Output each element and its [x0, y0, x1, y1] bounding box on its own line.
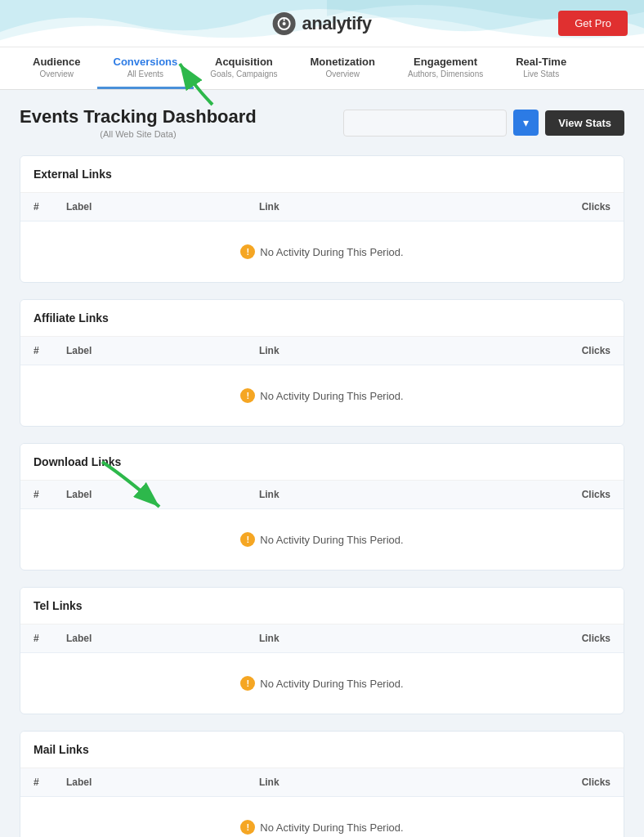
dropdown-button[interactable]: ▾: [513, 110, 539, 136]
nav-item-audience[interactable]: Audience Overview: [16, 47, 97, 89]
affiliate-links-title: Affiliate Links: [20, 300, 624, 337]
mail-links-title: Mail Links: [20, 732, 624, 768]
col-clicks: Clicks: [418, 624, 624, 653]
page-header: Events Tracking Dashboard (All Web Site …: [20, 106, 624, 139]
tel-links-title: Tel Links: [20, 588, 624, 624]
table-header-row: # Label Link Clicks: [20, 337, 624, 365]
nav-bar: Audience Overview Conversions All Events…: [0, 47, 644, 90]
table-row: ! No Activity During This Period.: [20, 222, 624, 283]
col-hash: #: [20, 624, 53, 653]
no-activity-message: ! No Activity During This Period.: [240, 676, 403, 691]
no-activity-message: ! No Activity During This Period.: [240, 820, 403, 835]
external-links-section: External Links # Label Link Clicks !: [20, 155, 624, 283]
col-clicks: Clicks: [418, 337, 624, 365]
view-stats-button[interactable]: View Stats: [545, 110, 624, 136]
col-hash: #: [20, 193, 53, 222]
tel-links-table: # Label Link Clicks ! No Activity During…: [20, 624, 624, 714]
table-row: ! No Activity During This Period.: [20, 365, 624, 427]
external-links-title: External Links: [20, 156, 624, 193]
mail-links-section: Mail Links # Label Link Clicks !: [20, 731, 624, 837]
col-clicks: Clicks: [418, 768, 624, 797]
external-links-table: # Label Link Clicks ! No Activity During…: [20, 193, 624, 282]
warning-icon: !: [240, 676, 255, 691]
col-label: Label: [53, 481, 246, 509]
col-hash: #: [20, 337, 53, 365]
cta-button[interactable]: Get Pro: [558, 11, 628, 36]
warning-icon: !: [240, 532, 255, 547]
table-row: ! No Activity During This Period.: [20, 509, 624, 571]
no-activity-message: ! No Activity During This Period.: [240, 532, 403, 547]
top-header: analytify Get Pro: [0, 0, 644, 47]
col-hash: #: [20, 768, 53, 797]
col-link: Link: [246, 768, 418, 797]
table-row: ! No Activity During This Period.: [20, 653, 624, 714]
page-title: Events Tracking Dashboard: [20, 106, 257, 128]
download-links-title: Download Links: [20, 444, 624, 481]
table-header-row: # Label Link Clicks: [20, 768, 624, 797]
no-activity-message: ! No Activity During This Period.: [240, 244, 403, 259]
mail-links-table: # Label Link Clicks ! No Activity During…: [20, 768, 624, 837]
warning-icon: !: [240, 820, 255, 835]
download-links-table: # Label Link Clicks ! No Activity During…: [20, 481, 624, 570]
col-link: Link: [246, 481, 418, 509]
tel-links-section: Tel Links # Label Link Clicks !: [20, 587, 624, 714]
svg-point-1: [283, 22, 286, 25]
page-title-area: Events Tracking Dashboard (All Web Site …: [20, 106, 257, 139]
download-links-section: Download Links # Label Link Clicks !: [20, 443, 624, 571]
col-link: Link: [246, 624, 418, 653]
col-link: Link: [246, 337, 418, 365]
affiliate-links-table: # Label Link Clicks ! No Activity During…: [20, 337, 624, 426]
col-clicks: Clicks: [418, 193, 624, 222]
affiliate-links-section: Affiliate Links # Label Link Clicks !: [20, 299, 624, 427]
nav-item-realtime[interactable]: Real-Time Live Stats: [499, 47, 583, 89]
nav-item-acquisition[interactable]: Acquisition Goals, Campaigns: [194, 47, 293, 89]
col-hash: #: [20, 481, 53, 509]
nav-item-monetization[interactable]: Monetization Overview: [294, 47, 391, 89]
warning-icon: !: [240, 244, 255, 259]
col-label: Label: [53, 193, 246, 222]
page-content: Events Tracking Dashboard (All Web Site …: [0, 90, 644, 837]
warning-icon: !: [240, 388, 255, 403]
col-clicks: Clicks: [418, 481, 624, 509]
col-label: Label: [53, 624, 246, 653]
col-label: Label: [53, 337, 246, 365]
table-header-row: # Label Link Clicks: [20, 624, 624, 653]
col-label: Label: [53, 768, 246, 797]
table-header-row: # Label Link Clicks: [20, 481, 624, 509]
table-row: ! No Activity During This Period.: [20, 797, 624, 838]
nav-item-engagement[interactable]: Engagement Authors, Dimensions: [391, 47, 499, 89]
logo-icon: [273, 12, 296, 35]
header-controls: ▾ View Stats: [343, 110, 624, 137]
nav-item-conversions[interactable]: Conversions All Events: [97, 47, 195, 89]
col-link: Link: [246, 193, 418, 222]
date-range-input[interactable]: [343, 110, 507, 137]
table-header-row: # Label Link Clicks: [20, 193, 624, 222]
no-activity-message: ! No Activity During This Period.: [240, 388, 403, 403]
page-subtitle: (All Web Site Data): [20, 129, 257, 139]
